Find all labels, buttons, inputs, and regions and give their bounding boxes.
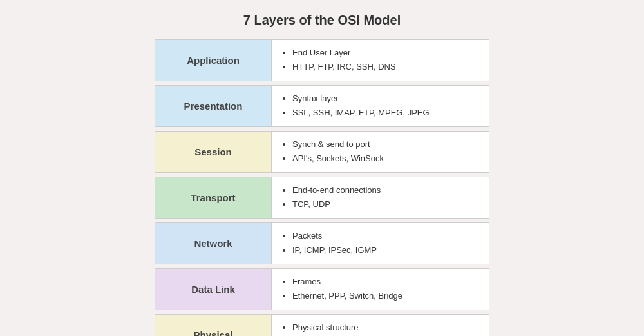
layer-bullet: Frames <box>292 275 478 288</box>
layer-bullet: End User Layer <box>292 46 478 59</box>
page-title: 7 Layers of the OSI Model <box>155 13 489 28</box>
layer-desc-physical: Physical structureCoax, Fiber, Wireless,… <box>271 315 489 336</box>
layer-bullet: Ethernet, PPP, Switch, Bridge <box>292 290 478 302</box>
layer-row-datalink: Data LinkFramesEthernet, PPP, Switch, Br… <box>155 268 489 310</box>
layer-name-datalink: Data Link <box>155 269 271 310</box>
layer-bullet: Physical structure <box>292 321 478 334</box>
osi-model-container: 7 Layers of the OSI Model ApplicationEnd… <box>155 0 489 336</box>
layer-row-transport: TransportEnd-to-end connectionsTCP, UDP <box>155 177 489 219</box>
layer-row-session: SessionSynch & send to portAPI's, Socket… <box>155 131 489 173</box>
layer-bullet: Packets <box>292 230 478 242</box>
layer-name-application: Application <box>155 40 271 81</box>
layer-bullet: End-to-end connections <box>292 184 478 197</box>
layer-desc-datalink: FramesEthernet, PPP, Switch, Bridge <box>271 269 489 310</box>
layer-bullet: HTTP, FTP, IRC, SSH, DNS <box>292 61 478 74</box>
layer-desc-network: PacketsIP, ICMP, IPSec, IGMP <box>271 223 489 264</box>
layer-row-network: NetworkPacketsIP, ICMP, IPSec, IGMP <box>155 222 489 264</box>
layer-bullet: IP, ICMP, IPSec, IGMP <box>292 244 478 257</box>
layer-row-physical: PhysicalPhysical structureCoax, Fiber, W… <box>155 314 489 336</box>
layer-bullet: SSL, SSH, IMAP, FTP, MPEG, JPEG <box>292 106 478 119</box>
layer-desc-presentation: Syntax layerSSL, SSH, IMAP, FTP, MPEG, J… <box>271 86 489 126</box>
layer-name-physical: Physical <box>155 315 271 336</box>
layer-bullet: TCP, UDP <box>292 198 478 211</box>
layer-row-application: ApplicationEnd User LayerHTTP, FTP, IRC,… <box>155 39 489 81</box>
layer-name-session: Session <box>155 132 271 172</box>
layer-bullet: Synch & send to port <box>292 138 478 151</box>
layer-bullet: API's, Sockets, WinSock <box>292 152 478 165</box>
layer-name-network: Network <box>155 223 271 264</box>
layer-row-presentation: PresentationSyntax layerSSL, SSH, IMAP, … <box>155 85 489 127</box>
layer-desc-session: Synch & send to portAPI's, Sockets, WinS… <box>271 132 489 172</box>
layers-list: ApplicationEnd User LayerHTTP, FTP, IRC,… <box>155 39 489 336</box>
layer-bullet: Syntax layer <box>292 92 478 105</box>
layer-desc-application: End User LayerHTTP, FTP, IRC, SSH, DNS <box>271 40 489 81</box>
layer-name-transport: Transport <box>155 177 271 218</box>
layer-desc-transport: End-to-end connectionsTCP, UDP <box>271 177 489 218</box>
layer-name-presentation: Presentation <box>155 86 271 126</box>
